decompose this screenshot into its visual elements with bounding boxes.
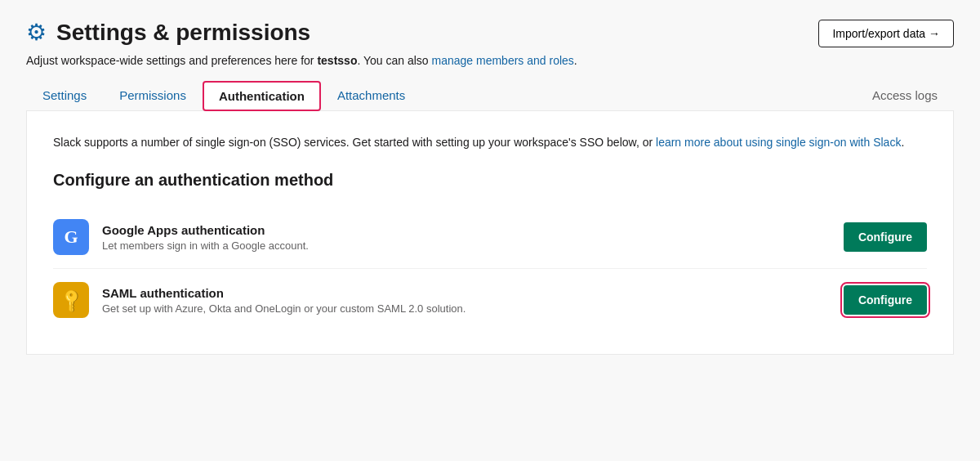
saml-auth-desc: Get set up with Azure, Okta and OneLogin…	[102, 302, 844, 315]
configure-saml-button[interactable]: Configure	[844, 285, 927, 315]
google-auth-desc: Let members sign in with a Google accoun…	[102, 239, 844, 252]
google-icon: G	[53, 219, 89, 255]
sso-desc-2: .	[901, 136, 904, 149]
workspace-name: testsso	[317, 54, 357, 67]
tab-settings[interactable]: Settings	[26, 80, 103, 110]
tab-authentication[interactable]: Authentication	[203, 81, 321, 111]
subtitle-text-before: Adjust workspace-wide settings and prefe…	[26, 54, 317, 67]
title-section: ⚙ Settings & permissions	[26, 20, 310, 46]
import-export-button[interactable]: Import/export data →	[818, 20, 954, 47]
header-row: ⚙ Settings & permissions Import/export d…	[26, 20, 954, 47]
auth-method-google: G Google Apps authentication Let members…	[53, 206, 927, 269]
sso-link[interactable]: learn more about using single sign-on wi…	[656, 136, 901, 149]
subtitle: Adjust workspace-wide settings and prefe…	[26, 54, 954, 67]
manage-members-link[interactable]: manage members and roles	[432, 54, 574, 67]
saml-icon: 🔑	[53, 282, 89, 318]
saml-auth-info: SAML authentication Get set up with Azur…	[102, 286, 844, 315]
auth-method-saml: 🔑 SAML authentication Get set up with Az…	[53, 269, 927, 331]
tab-access-logs[interactable]: Access logs	[856, 80, 954, 110]
saml-auth-name: SAML authentication	[102, 286, 844, 300]
google-auth-info: Google Apps authentication Let members s…	[102, 223, 844, 252]
sso-description: Slack supports a number of single sign-o…	[53, 134, 927, 151]
page-title: Settings & permissions	[56, 20, 310, 46]
configure-google-button[interactable]: Configure	[844, 222, 927, 252]
subtitle-end: .	[574, 54, 577, 67]
sso-desc-1: Slack supports a number of single sign-o…	[53, 136, 656, 149]
gear-icon: ⚙	[26, 21, 47, 44]
tab-attachments[interactable]: Attachments	[321, 80, 421, 110]
key-icon: 🔑	[57, 286, 86, 315]
tabs-row: Settings Permissions Authentication Atta…	[26, 80, 954, 111]
page-wrapper: ⚙ Settings & permissions Import/export d…	[0, 0, 980, 461]
google-auth-name: Google Apps authentication	[102, 223, 844, 237]
subtitle-text-after: . You can also	[357, 54, 431, 67]
content-card: Slack supports a number of single sign-o…	[26, 111, 954, 355]
configure-heading: Configure an authentication method	[53, 171, 927, 190]
tab-permissions[interactable]: Permissions	[103, 80, 203, 110]
